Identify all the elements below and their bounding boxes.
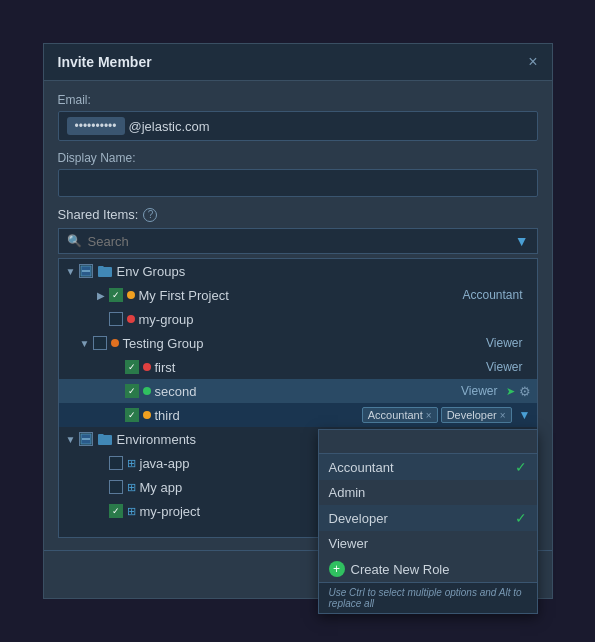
my-first-project-role: Accountant: [462, 288, 522, 302]
dot-testing-group: [111, 339, 119, 347]
third-dropdown-arrow[interactable]: ▼: [519, 408, 531, 422]
second-name: second: [155, 384, 462, 399]
close-button[interactable]: ×: [528, 54, 537, 70]
shared-items-label-row: Shared Items: ?: [58, 207, 538, 222]
dot-my-first-project: [127, 291, 135, 299]
role-tag-developer: Developer ×: [441, 407, 512, 423]
tree-item-first: ▶ first Viewer: [59, 355, 537, 379]
filter-icon[interactable]: ▼: [515, 233, 529, 249]
dialog-title: Invite Member: [58, 54, 152, 70]
checkbox-env-groups[interactable]: [79, 264, 93, 278]
tree-item-my-first-project: ▶ My First Project Accountant: [59, 283, 537, 307]
env-groups-icon: [97, 263, 113, 279]
tree-item-second: ▶ second Viewer ➤ ⚙: [59, 379, 537, 403]
checkbox-first[interactable]: [125, 360, 139, 374]
dialog-body: Email: •••••••••• @jelastic.com Display …: [44, 81, 552, 550]
dot-my-group: [127, 315, 135, 323]
dropdown-option-developer[interactable]: Developer ✓: [319, 505, 537, 531]
testing-group-name: Testing Group: [123, 336, 487, 351]
second-role: Viewer: [461, 384, 497, 398]
display-name-label: Display Name:: [58, 151, 538, 165]
my-first-project-name: My First Project: [139, 288, 463, 303]
dropdown-search-input[interactable]: [327, 435, 529, 449]
dot-third: [143, 411, 151, 419]
checkbox-my-first-project[interactable]: [109, 288, 123, 302]
checkbox-second[interactable]: [125, 384, 139, 398]
chevron-testing-group[interactable]: ▼: [79, 337, 91, 349]
tree-item-third: ▶ third Accountant × Developer × ▼: [59, 403, 537, 427]
gear-icon-second[interactable]: ⚙: [519, 384, 531, 399]
chevron-my-first-project[interactable]: ▶: [95, 289, 107, 301]
role-tag-accountant: Accountant ×: [362, 407, 438, 423]
checkbox-testing-group[interactable]: [93, 336, 107, 350]
role-dropdown-menu: Accountant ✓ Admin Developer ✓ Viewer + …: [318, 429, 538, 614]
email-domain: @jelastic.com: [129, 119, 210, 134]
dropdown-option-accountant[interactable]: Accountant ✓: [319, 454, 537, 480]
dropdown-search-row: [319, 430, 537, 454]
role-tag-accountant-remove[interactable]: ×: [426, 410, 432, 421]
tree-item-my-group: ▶ my-group: [59, 307, 537, 331]
checkbox-my-app[interactable]: [109, 480, 123, 494]
tree-item-env-groups: ▼ Env Groups: [59, 259, 537, 283]
display-name-field-row: Display Name:: [58, 151, 538, 197]
environments-icon: [97, 431, 113, 447]
third-name: third: [155, 408, 362, 423]
dropdown-option-viewer[interactable]: Viewer: [319, 531, 537, 556]
checkbox-third[interactable]: [125, 408, 139, 422]
search-icon: 🔍: [67, 234, 82, 248]
java-app-icon: ⊞: [127, 457, 136, 470]
email-field-row: Email: •••••••••• @jelastic.com: [58, 93, 538, 141]
chevron-env-groups[interactable]: ▼: [65, 265, 77, 277]
dot-second: [143, 387, 151, 395]
search-row: 🔍 ▼: [58, 228, 538, 254]
first-name: first: [155, 360, 487, 375]
dropdown-option-viewer-label: Viewer: [329, 536, 369, 551]
third-role-tags: Accountant × Developer × ▼: [362, 407, 531, 423]
checkbox-environments[interactable]: [79, 432, 93, 446]
email-tag: ••••••••••: [67, 117, 125, 135]
dropdown-option-developer-check: ✓: [515, 510, 527, 526]
display-name-input[interactable]: [58, 169, 538, 197]
dialog-header: Invite Member ×: [44, 44, 552, 81]
role-tag-accountant-label: Accountant: [368, 409, 423, 421]
checkbox-my-project[interactable]: [109, 504, 123, 518]
email-label: Email:: [58, 93, 538, 107]
my-group-name: my-group: [139, 312, 531, 327]
env-groups-name: Env Groups: [117, 264, 531, 279]
dropdown-option-accountant-label: Accountant: [329, 460, 394, 475]
tree-item-testing-group: ▼ Testing Group Viewer: [59, 331, 537, 355]
email-input-row: •••••••••• @jelastic.com: [58, 111, 538, 141]
testing-group-role: Viewer: [486, 336, 522, 350]
invite-member-dialog: Invite Member × Email: •••••••••• @jelas…: [43, 43, 553, 599]
my-app-icon: ⊞: [127, 481, 136, 494]
create-new-role-option[interactable]: + Create New Role: [319, 556, 537, 582]
create-new-role-label: Create New Role: [351, 562, 450, 577]
first-role: Viewer: [486, 360, 522, 374]
checkbox-my-group[interactable]: [109, 312, 123, 326]
search-input[interactable]: [88, 234, 515, 249]
dropdown-option-admin-label: Admin: [329, 485, 366, 500]
dropdown-option-developer-label: Developer: [329, 511, 388, 526]
role-tag-developer-remove[interactable]: ×: [500, 410, 506, 421]
plus-circle-icon: +: [329, 561, 345, 577]
help-icon[interactable]: ?: [143, 208, 157, 222]
role-tag-developer-label: Developer: [447, 409, 497, 421]
chevron-environments[interactable]: ▼: [65, 433, 77, 445]
second-arrow: ➤: [506, 385, 515, 398]
dot-first: [143, 363, 151, 371]
dropdown-option-accountant-check: ✓: [515, 459, 527, 475]
ctrl-hint: Use Ctrl to select multiple options and …: [319, 582, 537, 613]
shared-items-label: Shared Items:: [58, 207, 139, 222]
my-project-icon: ⊞: [127, 505, 136, 518]
dropdown-option-admin[interactable]: Admin: [319, 480, 537, 505]
checkbox-java-app[interactable]: [109, 456, 123, 470]
